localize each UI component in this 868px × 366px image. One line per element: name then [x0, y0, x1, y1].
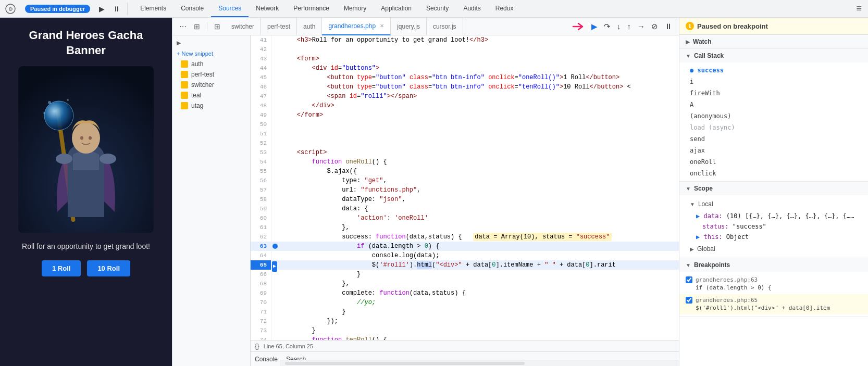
- tab-audits[interactable]: Audits: [456, 1, 488, 17]
- breakpoint-63-checkbox[interactable]: [686, 276, 692, 283]
- tab-memory[interactable]: Memory: [337, 1, 374, 17]
- format-button[interactable]: ⊞: [212, 21, 223, 32]
- tab-auth[interactable]: auth: [297, 18, 322, 35]
- breakpoint-63-condition: if (data.length > 0) {: [696, 284, 772, 292]
- step-over-button[interactable]: ↷: [601, 20, 613, 33]
- tab-network[interactable]: Network: [249, 1, 286, 17]
- horizontal-scrollbar[interactable]: [280, 360, 679, 366]
- code-line-53: 53 <script>: [251, 148, 679, 157]
- tab-perf-test[interactable]: perf-test: [261, 18, 297, 35]
- scope-data: ▶ data: (10) [{…}, {…}, {…}, {…}, {…}, {…: [679, 211, 868, 221]
- tab-sources[interactable]: Sources: [211, 1, 249, 17]
- call-stack-item-success[interactable]: ● success: [679, 65, 868, 76]
- code-line-63: 63 if (data.length > 0) {: [251, 242, 679, 251]
- code-line-54: 54 function oneRoll() {: [251, 157, 679, 167]
- call-stack-body: ● success i fireWith A (anonymous): [679, 62, 868, 181]
- tab-application[interactable]: Application: [374, 1, 419, 17]
- code-line-43: 43 <form>: [251, 54, 679, 64]
- file-icon-switcher: [181, 81, 188, 89]
- tab-performance[interactable]: Performance: [286, 1, 337, 17]
- status-bar: {} Line 65, Column 25: [251, 340, 679, 351]
- svg-point-9: [56, 154, 72, 164]
- code-line-52: 52: [251, 138, 679, 148]
- close-tab-icon[interactable]: ✕: [380, 23, 384, 29]
- file-item-utag[interactable]: utag: [172, 100, 250, 111]
- call-stack-label: Call Stack: [694, 52, 724, 59]
- ten-roll-button[interactable]: 10 Roll: [87, 260, 130, 276]
- call-stack-header[interactable]: ▼ Call Stack: [679, 49, 868, 62]
- tab-elements[interactable]: Elements: [133, 1, 173, 17]
- watch-header[interactable]: ▶ Watch: [679, 35, 868, 48]
- code-line-51: 51: [251, 129, 679, 138]
- new-snippet-button[interactable]: + New snippet: [172, 48, 250, 59]
- step-out-button[interactable]: ↑: [625, 20, 634, 32]
- tab-grandheroes[interactable]: grandheroes.php ✕: [322, 18, 391, 35]
- step-into-button[interactable]: ↓: [614, 20, 624, 32]
- tab-console[interactable]: Console: [173, 1, 211, 17]
- breakpoint-item-65: grandheroes.php:65 $('#roll1').html("<di…: [679, 294, 868, 314]
- tab-switcher[interactable]: switcher: [225, 18, 261, 35]
- global-scope-label: Global: [697, 245, 715, 253]
- devtools-panel: ⋯ ⊞ ⊞ switcher perf-test auth grandheroe…: [172, 18, 679, 366]
- deactivate-breakpoints-button[interactable]: ⊘: [649, 20, 661, 33]
- debug-actions: ▶ ↷ ↓ ↑ → ⊘ ⏸: [589, 20, 675, 33]
- code-line-70: 70 //yo;: [251, 298, 679, 307]
- call-stack-item-ajax[interactable]: ajax: [679, 145, 868, 156]
- step-button[interactable]: →: [635, 20, 648, 32]
- call-stack-item-send[interactable]: send: [679, 133, 868, 145]
- cursor-position: Line 65, Column 25: [264, 343, 313, 349]
- game-sidebar: Grand Heroes Gacha Banner: [0, 18, 172, 366]
- svg-point-6: [72, 122, 100, 154]
- game-hero-image: [18, 66, 154, 233]
- scope-this: ▶ this: Object: [679, 232, 868, 242]
- breakpoint-65-condition: $('#roll1').html("<div>" + data[0].item: [696, 304, 830, 312]
- scope-collapse-icon: ▼: [686, 186, 691, 192]
- resume-button[interactable]: ▶: [96, 3, 107, 15]
- call-stack-item-oneroll[interactable]: oneRoll: [679, 156, 868, 168]
- breakpoint-63-file: grandheroes.php:63: [696, 276, 772, 284]
- code-editor[interactable]: 41 <h3>Roll for an opportunity to get gr…: [251, 35, 679, 340]
- code-editor-wrapper: 41 <h3>Roll for an opportunity to get gr…: [251, 35, 679, 366]
- file-item-auth[interactable]: auth: [172, 59, 250, 69]
- file-item-teal[interactable]: teal: [172, 90, 250, 100]
- scope-body: ▼ Local ▶ data: (10) [{…}, {…}, {…}, {…}…: [679, 195, 868, 258]
- code-line-48: 48 </div>: [251, 101, 679, 110]
- call-stack-item-a[interactable]: A: [679, 99, 868, 110]
- pause-button[interactable]: ⏸: [110, 3, 123, 15]
- file-item-perf-test[interactable]: perf-test: [172, 69, 250, 80]
- code-line-44: 44 <div id="buttons">: [251, 64, 679, 73]
- scope-status: status: "success": [679, 221, 868, 232]
- tab-jquery[interactable]: jquery.js: [391, 18, 427, 35]
- format-icon[interactable]: {}: [255, 342, 259, 350]
- global-scope-header[interactable]: ▶ Global: [679, 242, 868, 256]
- breakpoints-header[interactable]: ▼ Breakpoints: [679, 258, 868, 272]
- hamburger-menu[interactable]: ≡: [854, 1, 864, 16]
- scope-header[interactable]: ▼ Scope: [679, 182, 868, 195]
- console-tab[interactable]: Console: [255, 354, 278, 365]
- breakpoint-badge-icon: ℹ: [686, 22, 694, 30]
- tab-security[interactable]: Security: [419, 1, 456, 17]
- scope-data-toggle[interactable]: ▶: [696, 212, 703, 220]
- pause-on-exceptions-button[interactable]: ⏸: [662, 20, 675, 32]
- call-stack-item-load-async[interactable]: load (async): [679, 122, 868, 133]
- file-tree-header[interactable]: ▶: [172, 37, 250, 48]
- code-line-69: 69 complete: function(data,status) {: [251, 288, 679, 298]
- one-roll-button[interactable]: 1 Roll: [42, 260, 81, 276]
- file-icon-utag: [181, 102, 188, 109]
- file-item-switcher[interactable]: switcher: [172, 80, 250, 90]
- call-stack-item-i[interactable]: i: [679, 76, 868, 87]
- call-stack-item-anonymous[interactable]: (anonymous): [679, 110, 868, 122]
- scope-this-toggle[interactable]: ▶: [696, 233, 703, 241]
- breakpoint-65-checkbox[interactable]: [686, 297, 692, 304]
- tab-redux[interactable]: Redux: [488, 1, 521, 17]
- local-scope-header[interactable]: ▼ Local: [679, 197, 868, 211]
- call-stack-item-firewith[interactable]: fireWith: [679, 87, 868, 99]
- resume-debugger-button[interactable]: ▶: [589, 20, 600, 33]
- tab-cursor[interactable]: cursor.js: [427, 18, 463, 35]
- call-stack-item-onclick[interactable]: onclick: [679, 168, 868, 179]
- code-line-68: 68 },: [251, 279, 679, 288]
- sidebar-toggle-button[interactable]: ⊞: [191, 21, 203, 32]
- code-line-57: 57 url: "functions.php",: [251, 185, 679, 195]
- more-options-button[interactable]: ⋯: [177, 21, 189, 32]
- toolbar-separator: [207, 22, 207, 31]
